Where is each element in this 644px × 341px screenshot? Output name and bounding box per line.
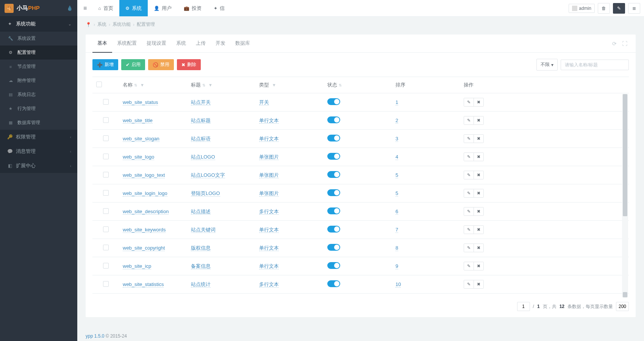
tab-数据库[interactable]: 数据库 [230,35,255,52]
row-checkbox[interactable] [103,99,109,105]
fullscreen-icon[interactable]: ⛶ [622,41,627,47]
scrollbar-thumb[interactable] [623,94,627,216]
row-title[interactable]: 版权信息 [191,245,211,251]
row-type[interactable]: 开关 [259,99,269,105]
scrollbar-thumb[interactable] [623,292,627,297]
row-type[interactable]: 单行文本 [259,263,279,269]
breadcrumb-item[interactable]: 系统功能 [113,21,131,28]
search-input[interactable] [561,60,629,70]
disable-button[interactable]: 🚫禁用 [148,59,174,70]
edit-icon[interactable]: ✎ [464,262,474,270]
status-switch[interactable] [327,116,340,123]
row-sort[interactable]: 1 [395,99,398,105]
row-name[interactable]: web_site_title [123,118,153,124]
row-checkbox[interactable] [103,208,109,214]
filter-icon[interactable]: ▼ [208,83,213,87]
delete-icon[interactable]: ✖ [474,226,483,234]
delete-icon[interactable]: ✖ [474,98,483,106]
row-sort[interactable]: 8 [395,245,398,251]
row-type[interactable]: 单行文本 [259,245,279,251]
status-switch[interactable] [327,207,340,214]
row-sort[interactable]: 7 [395,227,398,233]
topnav-系统[interactable]: ⚙系统 [119,0,148,16]
trash-button[interactable]: 🗑 [598,3,610,14]
row-checkbox[interactable] [103,245,109,250]
breadcrumb-item[interactable]: 配置管理 [137,21,155,28]
edit-button[interactable]: ✎ [613,3,625,14]
row-checkbox[interactable] [103,226,109,232]
status-switch[interactable] [327,135,340,141]
row-type[interactable]: 多行文本 [259,209,279,215]
row-sort[interactable]: 9 [395,263,398,269]
row-type[interactable]: 单行文本 [259,118,279,124]
select-all-checkbox[interactable] [96,82,102,87]
filter-icon[interactable]: ▼ [140,83,144,87]
sidebar-item-附件管理[interactable]: ☁附件管理 [0,74,77,88]
enable-button[interactable]: ✔启用 [121,59,145,70]
refresh-icon[interactable]: ⟳ [612,41,617,47]
sidebar-item-行为管理[interactable]: ★行为管理 [0,102,77,116]
row-name[interactable]: web_site_status [123,99,158,105]
edit-icon[interactable]: ✎ [464,116,474,124]
row-checkbox[interactable] [103,172,109,178]
sidebar-group-系统功能[interactable]: ✦系统功能⌄ [0,17,77,31]
delete-icon[interactable]: ✖ [474,262,483,270]
row-title[interactable]: 站点标语 [191,136,211,142]
row-title[interactable]: 站点关键词 [191,227,216,233]
pin-icon[interactable]: 📍 [86,22,91,27]
sidebar-group-消息管理[interactable]: 💬消息管理‹ [0,144,77,159]
row-sort[interactable]: 5 [395,172,398,178]
list-button[interactable]: ≣ [628,3,640,14]
status-switch[interactable] [327,189,340,196]
row-checkbox[interactable] [103,281,109,287]
row-name[interactable]: web_site_login_logo [123,190,167,196]
row-checkbox[interactable] [103,117,109,123]
row-title[interactable]: 站点开关 [191,99,211,105]
row-title[interactable]: 站点LOGO文字 [191,172,225,178]
row-name[interactable]: web_site_statistics [123,281,164,288]
row-type[interactable]: 单张图片 [259,190,279,196]
status-switch[interactable] [327,226,340,233]
delete-icon[interactable]: ✖ [474,153,483,161]
breadcrumb-item[interactable]: 系统 [97,21,106,28]
per-page-input[interactable] [616,302,629,311]
sidebar-item-系统设置[interactable]: 🔧系统设置 [0,31,77,46]
edit-icon[interactable]: ✎ [464,226,474,234]
sort-icon[interactable]: ⇅ [339,83,342,87]
row-title[interactable]: 登陆页LOGO [191,190,220,196]
delete-icon[interactable]: ✖ [474,171,483,179]
delete-icon[interactable]: ✖ [474,135,483,143]
edit-icon[interactable]: ✎ [464,189,474,197]
row-name[interactable]: web_site_description [123,209,169,215]
delete-icon[interactable]: ✖ [474,207,483,215]
delete-icon[interactable]: ✖ [474,280,483,288]
row-name[interactable]: web_site_icp [123,263,151,269]
tab-上传[interactable]: 上传 [191,35,211,52]
edit-icon[interactable]: ✎ [464,244,474,252]
topnav-信[interactable]: ✦信 [208,0,231,16]
topnav-投资[interactable]: 💼投资 [178,0,208,16]
topnav-用户[interactable]: 👤用户 [148,0,178,16]
sidebar-group-权限管理[interactable]: 🔑权限管理‹ [0,130,77,144]
row-sort[interactable]: 4 [395,154,398,160]
tab-提现设置[interactable]: 提现设置 [142,35,171,52]
edit-icon[interactable]: ✎ [464,171,474,179]
status-switch[interactable] [327,280,340,287]
row-name[interactable]: web_site_copyright [123,245,165,251]
row-sort[interactable]: 10 [395,281,401,288]
delete-button[interactable]: ✖删除 [177,59,201,70]
row-sort[interactable]: 6 [395,209,398,215]
sidebar-item-数据库管理[interactable]: ▦数据库管理 [0,116,77,130]
status-switch[interactable] [327,171,340,178]
row-title[interactable]: 站点标题 [191,118,211,124]
row-type[interactable]: 单行文本 [259,227,279,233]
row-title[interactable]: 站点LOGO [191,154,215,160]
water-drop-icon[interactable]: 💧 [67,5,73,11]
edit-icon[interactable]: ✎ [464,153,474,161]
status-switch[interactable] [327,98,340,105]
row-type[interactable]: 单张图片 [259,172,279,178]
row-checkbox[interactable] [103,190,109,196]
row-name[interactable]: web_site_logo_text [123,172,165,178]
edit-icon[interactable]: ✎ [464,135,474,143]
menu-toggle-icon[interactable]: ≡ [83,5,87,12]
